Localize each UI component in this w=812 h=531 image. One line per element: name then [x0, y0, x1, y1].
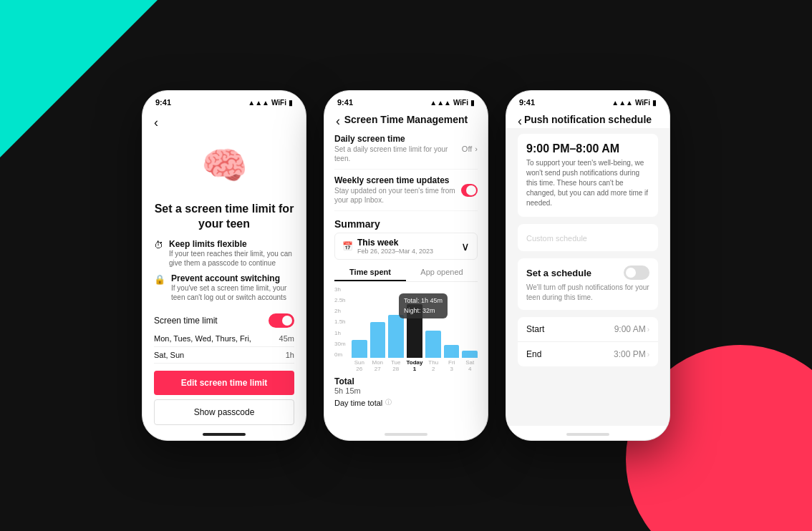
status-icons-2: ▲▲▲ WiFi ▮	[430, 99, 475, 107]
wifi-icon-1: WiFi	[271, 99, 286, 107]
chevron-end: ›	[647, 351, 649, 359]
status-bar-1: 9:41 ▲▲▲ WiFi ▮	[142, 91, 306, 109]
chart-y-labels: 3h 2.5h 2h 1.5h 1h 30m 0m	[334, 286, 346, 358]
summary-title: Summary	[334, 211, 478, 233]
bar-thu-fill	[425, 331, 441, 358]
end-label: End	[526, 349, 541, 359]
daytime-label: Day time total	[334, 399, 382, 407]
bar-tue-fill	[388, 315, 404, 358]
custom-schedule-input[interactable]: Custom schedule	[518, 224, 658, 251]
tab-app-opened[interactable]: App opened	[406, 264, 478, 281]
phone1-content: ‹ 🧠 Set a screen time limit for your tee…	[142, 109, 306, 426]
home-bar-2	[385, 433, 427, 436]
chart-area: 3h 2.5h 2h 1.5h 1h 30m 0m	[334, 286, 478, 372]
chevron-daily: ›	[475, 145, 478, 153]
tabs-row: Time spent App opened	[334, 264, 478, 282]
daily-screen-time-row[interactable]: Daily screen time Set a daily screen tim…	[334, 128, 478, 170]
weekday-value: 45m	[279, 334, 294, 343]
custom-placeholder: Custom schedule	[526, 234, 587, 243]
phone1-body: ‹ 🧠 Set a screen time limit for your tee…	[142, 109, 306, 426]
phone2-body: Daily screen time Set a daily screen tim…	[324, 128, 488, 426]
screen-time-toggle-row: Screen time limit	[154, 313, 294, 328]
daily-desc: Set a daily screen time limit for your t…	[334, 145, 462, 163]
chart-tooltip: Total: 1h 45m Night: 32m	[399, 293, 448, 318]
bar-sun-fill	[352, 340, 367, 358]
week-main: This week	[357, 238, 433, 248]
weekly-updates-row: Weekly screen time updates Stay updated …	[334, 170, 478, 211]
status-icons-1: ▲▲▲ WiFi ▮	[248, 99, 293, 107]
wifi-icon-3: WiFi	[635, 99, 650, 107]
end-time-item[interactable]: End 3:00 PM ›	[518, 342, 658, 366]
weekly-toggle[interactable]	[461, 184, 478, 197]
week-selector[interactable]: 📅 This week Feb 26, 2023–Mar 4, 2023 ∨	[334, 233, 478, 260]
bar-mon	[370, 286, 386, 358]
status-time-3: 9:41	[519, 98, 535, 107]
feature2-desc: If you've set a screen time limit, your …	[171, 283, 294, 302]
bar-sun	[352, 286, 367, 358]
toggle-label: Screen time limit	[154, 316, 218, 326]
signal-icon-3: ▲▲▲	[612, 99, 633, 107]
home-indicator-1	[142, 426, 306, 440]
feature2-title: Prevent account switching	[171, 273, 294, 283]
weekend-label: Sat, Sun	[154, 351, 184, 359]
tab-time-spent[interactable]: Time spent	[334, 264, 406, 281]
status-time-1: 9:41	[155, 98, 171, 107]
back-button-3[interactable]: ‹	[518, 114, 532, 129]
weekday-label: Mon, Tues, Wed, Thurs, Fri,	[154, 334, 251, 343]
chevron-week: ∨	[461, 240, 470, 253]
phone-2: 9:41 ▲▲▲ WiFi ▮ ‹ Screen Time Management…	[324, 90, 488, 441]
tooltip-night: Night: 32m	[404, 306, 443, 316]
phone-1: 9:41 ▲▲▲ WiFi ▮ ‹ 🧠 Set a screen time li…	[142, 90, 306, 441]
brain-icon: 🧠	[201, 144, 248, 187]
total-label: Total	[334, 376, 478, 386]
home-indicator-3	[506, 426, 670, 440]
week-info: This week Feb 26, 2023–Mar 4, 2023	[357, 238, 433, 255]
signal-icon-2: ▲▲▲	[430, 99, 451, 107]
bar-sat-fill	[462, 351, 478, 358]
phones-container: 9:41 ▲▲▲ WiFi ▮ ‹ 🧠 Set a screen time li…	[142, 90, 670, 441]
daily-screen-time-left: Daily screen time Set a daily screen tim…	[334, 134, 462, 163]
weekend-value: 1h	[286, 351, 294, 359]
battery-icon-1: ▮	[289, 99, 293, 107]
limit-row-weekend: Sat, Sun 1h	[154, 347, 294, 364]
total-value: 5h 15m	[334, 386, 478, 395]
notif-desc: To support your teen's well-being, we wo…	[526, 158, 649, 208]
hero-image-1: 🧠	[154, 133, 294, 198]
daytime-row: Day time total ⓘ	[334, 398, 478, 407]
feature1-desc: If your teen reaches their limit, you ca…	[169, 249, 294, 268]
schedule-toggle[interactable]	[624, 266, 649, 280]
feature2-text: Prevent account switching If you've set …	[171, 273, 294, 302]
bar-mon-fill	[370, 322, 386, 358]
daily-title: Daily screen time	[334, 134, 462, 144]
week-dates: Feb 26, 2023–Mar 4, 2023	[357, 248, 433, 255]
status-time-2: 9:41	[337, 98, 353, 107]
edit-screen-time-button[interactable]: Edit screen time limit	[154, 371, 294, 395]
start-time-item[interactable]: Start 9:00 AM ›	[518, 317, 658, 342]
calendar-icon: 📅	[342, 241, 353, 251]
battery-icon-2: ▮	[470, 99, 475, 107]
status-bar-3: 9:41 ▲▲▲ WiFi ▮	[506, 91, 670, 109]
status-icons-3: ▲▲▲ WiFi ▮	[612, 99, 657, 107]
lock-icon: 🔒	[154, 274, 165, 285]
show-passcode-button[interactable]: Show passcode	[154, 399, 294, 425]
wifi-icon-2: WiFi	[453, 99, 468, 107]
chart-x-labels: Sun26 Mon27 Tue28 Today1 Thu2 Fri3 Sat4	[352, 359, 478, 372]
bar-fri-fill	[444, 345, 460, 358]
feature-item-2: 🔒 Prevent account switching If you've se…	[154, 273, 294, 302]
start-label: Start	[526, 324, 544, 334]
phone2-header: ‹ Screen Time Management	[324, 109, 488, 128]
daily-value: Off ›	[462, 145, 478, 153]
weekly-desc: Stay updated on your teen's time from yo…	[334, 186, 461, 205]
screen-time-toggle[interactable]	[269, 313, 294, 328]
back-button-2[interactable]: ‹	[336, 114, 350, 129]
end-value: 3:00 PM ›	[614, 349, 649, 359]
weekly-title: Weekly screen time updates	[334, 175, 461, 185]
notif-time-block: 9:00 PM–8:00 AM To support your teen's w…	[518, 134, 658, 217]
feature1-text: Keep limits flexible If your teen reache…	[169, 239, 294, 268]
back-button-1[interactable]: ‹	[154, 115, 168, 130]
phone3-header: ‹ Push notification schedule	[506, 109, 670, 128]
schedule-toggle-block: Set a schedule We'll turn off push notif…	[518, 258, 658, 310]
feature-item-1: ⏱ Keep limits flexible If your teen reac…	[154, 239, 294, 268]
limit-row-weekday: Mon, Tues, Wed, Thurs, Fri, 45m	[154, 331, 294, 347]
week-left: 📅 This week Feb 26, 2023–Mar 4, 2023	[342, 238, 433, 255]
